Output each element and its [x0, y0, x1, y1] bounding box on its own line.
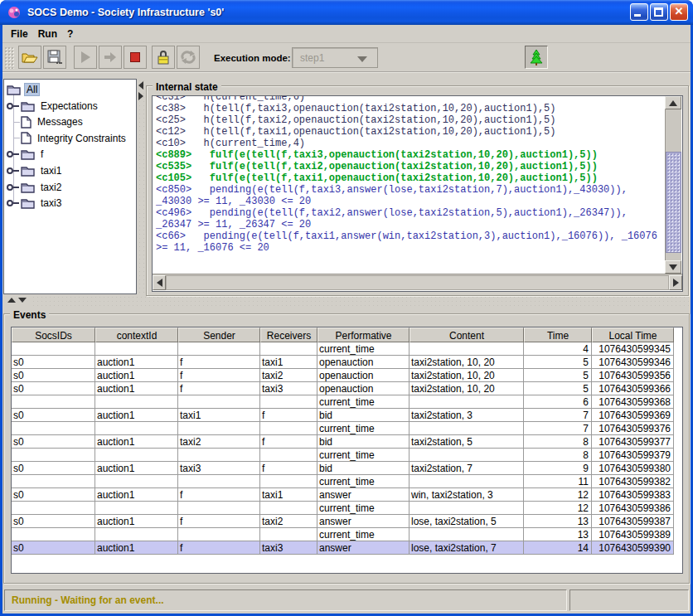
tree-item-expectations[interactable]: Expectations — [6, 98, 100, 114]
column-header-receivers[interactable]: Receivers — [260, 327, 317, 342]
table-cell[interactable]: f — [178, 541, 260, 555]
table-cell[interactable]: 8 — [524, 449, 592, 462]
vertical-scrollbar-thumb[interactable] — [666, 152, 681, 253]
table-cell[interactable]: 5 — [524, 382, 592, 395]
table-cell[interactable] — [95, 422, 178, 435]
table-cell[interactable]: 1076430599376 — [592, 422, 674, 435]
society-tree-button[interactable] — [525, 46, 548, 69]
expand-handle-icon[interactable] — [6, 102, 19, 110]
play-button[interactable] — [74, 46, 97, 69]
horizontal-scrollbar[interactable] — [153, 274, 682, 290]
table-cell[interactable]: f — [178, 369, 260, 382]
column-header-contextid[interactable]: contextId — [95, 327, 178, 342]
table-cell[interactable] — [12, 502, 95, 515]
maximize-button[interactable] — [650, 3, 668, 21]
expand-right-icon[interactable] — [138, 92, 143, 100]
table-cell[interactable]: 1076430599390 — [592, 541, 674, 555]
table-cell[interactable]: taxi2station, 7 — [410, 462, 524, 475]
tree-item-label[interactable]: taxi1 — [38, 164, 64, 177]
table-cell[interactable]: taxi3 — [260, 382, 317, 395]
scroll-left-button[interactable] — [153, 275, 166, 290]
execution-mode-combo[interactable]: step1 — [292, 47, 378, 68]
table-cell[interactable]: 1076430599345 — [592, 342, 674, 356]
table-cell[interactable] — [178, 342, 260, 356]
table-cell[interactable] — [12, 449, 95, 462]
table-row[interactable]: current_time81076430599379 — [12, 449, 682, 462]
table-cell[interactable]: taxi2 — [260, 515, 317, 528]
table-cell[interactable]: f — [260, 409, 317, 422]
table-cell[interactable]: 9 — [524, 462, 592, 475]
table-cell[interactable] — [178, 422, 260, 435]
table-row[interactable]: s0auction1ftaxi1openauctiontaxi2station,… — [12, 356, 682, 369]
table-cell[interactable]: 4 — [524, 342, 592, 356]
table-row[interactable]: s0auction1taxi2fbidtaxi2station, 5810764… — [12, 435, 682, 449]
table-cell[interactable]: current_time — [317, 422, 410, 435]
table-cell[interactable] — [410, 395, 524, 409]
table-cell[interactable] — [95, 342, 178, 356]
table-cell[interactable]: s0 — [12, 488, 95, 502]
table-cell[interactable] — [178, 502, 260, 515]
table-cell[interactable]: f — [178, 356, 260, 369]
vertical-splitter[interactable] — [138, 79, 146, 294]
table-cell[interactable]: f — [260, 462, 317, 475]
table-cell[interactable]: s0 — [12, 462, 95, 475]
table-row[interactable]: current_time41076430599345 — [12, 342, 682, 356]
table-cell[interactable] — [410, 422, 524, 435]
horizontal-splitter[interactable] — [2, 295, 691, 306]
menu-help[interactable]: ? — [67, 25, 73, 40]
table-cell[interactable]: 1076430599387 — [592, 515, 674, 528]
table-cell[interactable]: bid — [317, 409, 410, 422]
table-cell[interactable] — [12, 422, 95, 435]
column-header-time[interactable]: Time — [524, 327, 592, 342]
table-cell[interactable]: taxi2 — [260, 369, 317, 382]
table-cell[interactable]: bid — [317, 435, 410, 449]
table-cell[interactable]: 8 — [524, 435, 592, 449]
table-row[interactable]: s0auction1ftaxi3openauctiontaxi2station,… — [12, 382, 682, 395]
table-row[interactable]: current_time71076430599376 — [12, 422, 682, 435]
table-cell[interactable]: 6 — [524, 395, 592, 409]
table-cell[interactable] — [260, 502, 317, 515]
table-cell[interactable] — [260, 342, 317, 356]
table-cell[interactable]: s0 — [12, 356, 95, 369]
table-cell[interactable]: 13 — [524, 515, 592, 528]
table-cell[interactable] — [95, 395, 178, 409]
scroll-up-button[interactable] — [665, 96, 681, 109]
table-cell[interactable]: auction1 — [95, 409, 178, 422]
horizontal-scrollbar-track[interactable] — [166, 275, 669, 290]
table-cell[interactable]: current_time — [317, 342, 410, 356]
table-cell[interactable]: 13 — [524, 528, 592, 541]
table-cell[interactable]: 5 — [524, 356, 592, 369]
table-cell[interactable]: s0 — [12, 409, 95, 422]
scroll-right-button[interactable] — [669, 275, 682, 290]
table-row[interactable]: s0auction1ftaxi3answerlose, taxi2station… — [12, 541, 682, 555]
table-cell[interactable]: auction1 — [95, 382, 178, 395]
table-cell[interactable]: s0 — [12, 435, 95, 449]
table-row[interactable]: current_time111076430599382 — [12, 475, 682, 488]
tree-item-label[interactable]: taxi2 — [38, 181, 64, 194]
lock-button[interactable] — [152, 46, 175, 69]
table-cell[interactable]: current_time — [317, 528, 410, 541]
tree-item-all[interactable]: All — [6, 81, 40, 98]
collapse-left-icon[interactable] — [138, 81, 143, 90]
table-cell[interactable]: auction1 — [95, 435, 178, 449]
expand-handle-icon[interactable] — [6, 167, 19, 175]
step-forward-button[interactable] — [99, 46, 122, 69]
table-cell[interactable]: 1076430599379 — [592, 449, 674, 462]
table-cell[interactable]: 1076430599368 — [592, 395, 674, 409]
table-cell[interactable]: s0 — [12, 541, 95, 555]
table-cell[interactable]: answer — [317, 515, 410, 528]
table-cell[interactable]: current_time — [317, 395, 410, 409]
table-cell[interactable] — [410, 342, 524, 356]
expand-handle-icon[interactable] — [6, 199, 19, 207]
minimize-button[interactable] — [630, 3, 648, 21]
table-cell[interactable]: win, taxi2station, 3 — [410, 488, 524, 502]
table-row[interactable]: s0auction1taxi1fbidtaxi2station, 3710764… — [12, 409, 682, 422]
tree-item-label[interactable]: Integrity Constraints — [35, 132, 128, 145]
table-cell[interactable] — [260, 475, 317, 488]
table-cell[interactable] — [260, 449, 317, 462]
refresh-button[interactable] — [177, 46, 200, 69]
column-header-performative[interactable]: Performative — [317, 327, 410, 342]
table-cell[interactable] — [260, 422, 317, 435]
table-cell[interactable]: taxi2station, 5 — [410, 435, 524, 449]
menu-run[interactable]: Run — [38, 25, 57, 40]
